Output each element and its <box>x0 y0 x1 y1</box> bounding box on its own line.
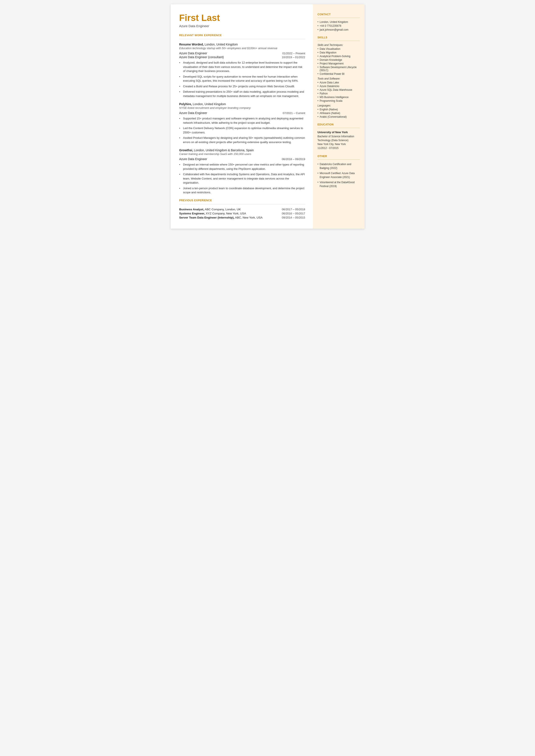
contact-location: London, United Kingdom <box>318 20 360 23</box>
skill-project-mgmt: Project Management <box>318 62 360 65</box>
contact-email: jack.johnson@gmail.com <box>318 28 360 31</box>
role-title-polyhire-ade: Azure Data Engineer <box>179 111 207 115</box>
skills-section: SKILLS Skills and Techniques: Data Visua… <box>318 36 360 118</box>
company-name-polyhire: Polyhire, London, United Kingdom <box>179 102 305 106</box>
bullet-ph-2: Led the Content Delivery Network (CDN) e… <box>179 126 305 134</box>
bullet-gs-3: Joined a ten-person product team to coor… <box>179 186 305 195</box>
company-name-growthsi: Growthsi, London, United Kingdom & Barce… <box>179 149 305 152</box>
skill-analytical: Analytical Problem-Solving <box>318 55 360 58</box>
other-section: OTHER Databricks Certification and Badgi… <box>318 155 360 188</box>
company-block-polyhire: Polyhire, London, United Kingdom NYSE-li… <box>179 102 305 144</box>
company-name-resume-worded: Resume Worded, London, United Kingdom <box>179 43 305 46</box>
education-heading: EDUCATION <box>318 123 360 126</box>
candidate-name: First Last <box>179 13 305 23</box>
role-row-ade-consultant: Azure Data Engineer (consultant) 10/2019… <box>179 55 305 59</box>
role-date-growthsi-ade: 06/2018 – 09/2019 <box>282 157 305 161</box>
skill-ms-bi: MS Business Intelligence <box>318 96 360 99</box>
other-item-2: Microsoft Certified: Azure Data Engineer… <box>318 171 360 179</box>
bullet-gs-2: Collaborated with five departments inclu… <box>179 172 305 185</box>
skill-afrikaans: Afrikaans (Native) <box>318 112 360 115</box>
company-tagline-resume-worded: Education technology startup with 50+ em… <box>179 46 305 50</box>
prev-exp-date-1: 06/2017 – 05/2018 <box>282 208 305 211</box>
skill-power-bi: Confidential Power BI <box>318 72 360 75</box>
skill-data-vis: Data Visualisation <box>318 47 360 50</box>
edu-location: New York City, New York <box>318 142 360 146</box>
techniques-label: Skills and Techniques: <box>318 43 360 46</box>
bullets-growthsi: Designed an internal webiste where 150+ … <box>179 162 305 195</box>
bullet-ph-1: Supported 15+ product managers and softw… <box>179 116 305 125</box>
company-tagline-polyhire: NYSE-listed recruitment and employer bra… <box>179 106 305 109</box>
role-date-ade-consultant: 10/2019 – 01/2022 <box>282 56 305 59</box>
skill-english: English (Native) <box>318 108 360 111</box>
bullet-rw-1: Analyzed, designed and built data soluti… <box>179 61 305 73</box>
divider-relevant-work <box>179 39 305 39</box>
contact-heading: CONTACT <box>318 13 360 16</box>
role-title-ade-consultant: Azure Data Engineer (consultant) <box>179 55 224 59</box>
edu-school: University of New York <box>318 130 360 134</box>
bullet-gs-1: Designed an internal webiste where 150+ … <box>179 162 305 171</box>
bullet-ph-3: Assited Product Managers by designing an… <box>179 136 305 144</box>
prev-exp-row-3: Server Team Data Engineer (Internship), … <box>179 216 305 219</box>
other-divider <box>318 159 360 160</box>
role-row-polyhire-ade: Azure Data Engineer 07/2021 – Current <box>179 111 305 115</box>
company-block-resume-worded: Resume Worded, London, United Kingdom Ed… <box>179 43 305 98</box>
skill-data-migration: Data Migration <box>318 51 360 54</box>
resume-container: First Last Azure Data Engineer RELEVANT … <box>171 4 365 229</box>
prev-exp-left-3: Server Team Data Engineer (Internship), … <box>179 216 263 219</box>
previous-exp-heading: PREVIOUS EXPERIENCE <box>179 199 305 202</box>
skills-heading: SKILLS <box>318 36 360 39</box>
prev-exp-row-2: Systems Engineer, XYZ Company, New York,… <box>179 212 305 215</box>
prev-exp-date-3: 09/2014 – 05/2015 <box>282 216 305 219</box>
candidate-title: Azure Data Engineer <box>179 24 305 28</box>
bullets-resume-worded: Analyzed, designed and built data soluti… <box>179 61 305 98</box>
role-title-ade: Azure Data Engineer <box>179 51 207 55</box>
role-row-growthsi-ade: Azure Data Engineer 06/2018 – 09/2019 <box>179 157 305 161</box>
skill-data-lake: Azure Data Lake <box>318 81 360 84</box>
bullet-rw-4: Delivered training presentations to 250+… <box>179 90 305 98</box>
skill-scala: Programming Scala <box>318 99 360 102</box>
role-date-ade: 01/2022 – Present <box>282 52 305 55</box>
other-heading: OTHER <box>318 155 360 158</box>
company-block-growthsi: Growthsi, London, United Kingdom & Barce… <box>179 149 305 195</box>
skill-sql-dw: Azure SQL Data Warehouse <box>318 88 360 91</box>
role-row-ade: Azure Data Engineer 01/2022 – Present <box>179 51 305 55</box>
role-date-polyhire-ade: 07/2021 – Current <box>283 111 305 115</box>
bullet-rw-3: Created a Build and Relase process for 2… <box>179 84 305 89</box>
skill-python: Python <box>318 92 360 95</box>
company-tagline-growthsi: Career training and membership SaaS with… <box>179 153 305 155</box>
prev-exp-date-2: 06/2016 – 05/2017 <box>282 212 305 215</box>
right-column: CONTACT London, United Kingdom +44 0 770… <box>313 4 365 229</box>
languages-label: Languages: <box>318 104 360 107</box>
other-item-1: Databricks Certification and Badging (20… <box>318 162 360 170</box>
prev-exp-left-2: Systems Engineer, XYZ Company, New York,… <box>179 212 246 215</box>
tools-label: Tools and Software: <box>318 77 360 80</box>
bullets-polyhire: Supported 15+ product managers and softw… <box>179 116 305 144</box>
education-section: EDUCATION University of New York Bachelo… <box>318 123 360 150</box>
skill-domain: Domain Knowledge <box>318 58 360 61</box>
edu-dates: 11/2012 - 07/2015 <box>318 146 360 150</box>
role-title-growthsi-ade: Azure Data Engineer <box>179 157 207 161</box>
edu-degree: Bachelor of Science Information Technolo… <box>318 134 360 142</box>
relevant-work-heading: RELEVANT WORK EXPERIENCE <box>179 34 305 37</box>
education-divider <box>318 128 360 128</box>
contact-phone: +44 0 7701235678 <box>318 24 360 27</box>
skill-sdlc: Software Development Lifecycle (SDLC) <box>318 66 360 72</box>
prev-exp-row-1: Business Analyst, ABC Company, London, U… <box>179 208 305 211</box>
other-item-3: Volunteered at the Data4Good Festival (2… <box>318 181 360 188</box>
left-column: First Last Azure Data Engineer RELEVANT … <box>171 4 313 229</box>
skill-arabic: Arabic (Conversational) <box>318 115 360 118</box>
prev-exp-left-1: Business Analyst, ABC Company, London, U… <box>179 208 241 211</box>
bullet-rw-2: Developed SQL scripts for query automati… <box>179 74 305 83</box>
contact-section: CONTACT London, United Kingdom +44 0 770… <box>318 13 360 31</box>
skill-databricks: Azure Databricks <box>318 85 360 88</box>
